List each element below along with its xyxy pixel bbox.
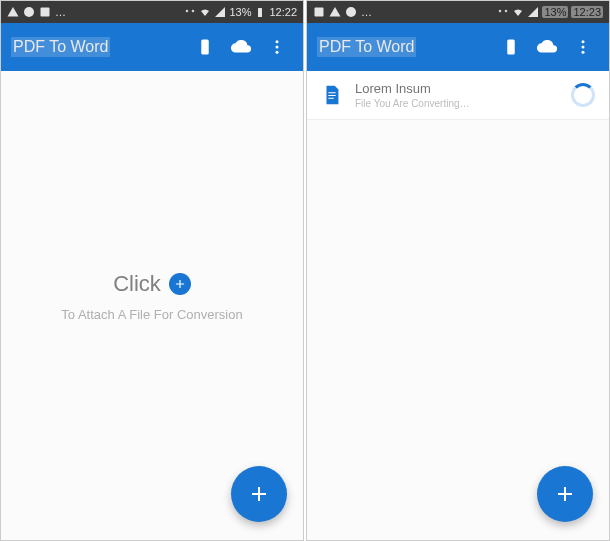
file-status: File You Are Converting… — [355, 98, 571, 109]
status-bar: … 13% 12:22 — [1, 1, 303, 23]
file-meta: Lorem Insum File You Are Converting… — [355, 81, 571, 109]
fab-add-button[interactable] — [231, 466, 287, 522]
content-area: Lorem Insum File You Are Converting… — [307, 71, 609, 540]
clock: 12:23 — [571, 6, 603, 18]
vibrate-icon — [184, 6, 196, 18]
overflow-menu-button[interactable] — [565, 29, 601, 65]
info-icon — [345, 6, 357, 18]
click-label: Click — [113, 271, 161, 297]
signal-icon — [527, 6, 539, 18]
status-more: … — [361, 6, 372, 18]
info-icon — [23, 6, 35, 18]
loading-spinner-icon — [571, 83, 595, 107]
svg-point-8 — [346, 7, 356, 17]
cloud-button[interactable] — [223, 29, 259, 65]
image-icon — [313, 6, 325, 18]
document-icon — [321, 84, 343, 106]
attach-subtext: To Attach A File For Conversion — [1, 307, 303, 322]
svg-rect-7 — [315, 8, 324, 17]
svg-point-0 — [24, 7, 34, 17]
conversion-list-item[interactable]: Lorem Insum File You Are Converting… — [307, 71, 609, 120]
svg-rect-9 — [507, 40, 515, 55]
empty-state: Click To Attach A File For Conversion — [1, 271, 303, 322]
device-button[interactable] — [187, 29, 223, 65]
svg-rect-1 — [41, 8, 50, 17]
warning-icon — [329, 6, 341, 18]
app-title: PDF To Word — [317, 37, 416, 57]
file-name: Lorem Insum — [355, 81, 571, 96]
plus-badge-icon — [169, 273, 191, 295]
battery-percent: 13% — [229, 6, 251, 18]
svg-point-4 — [276, 40, 279, 43]
signal-icon — [214, 6, 226, 18]
clock: 12:22 — [269, 6, 297, 18]
svg-point-6 — [276, 51, 279, 54]
attach-cta[interactable]: Click — [1, 271, 303, 297]
overflow-menu-button[interactable] — [259, 29, 295, 65]
app-bar: PDF To Word — [307, 23, 609, 71]
battery-icon — [254, 6, 266, 18]
content-area: Click To Attach A File For Conversion — [1, 71, 303, 540]
device-button[interactable] — [493, 29, 529, 65]
battery-percent: 13% — [542, 6, 568, 18]
fab-add-button[interactable] — [537, 466, 593, 522]
svg-point-5 — [276, 46, 279, 49]
app-title: PDF To Word — [11, 37, 110, 57]
status-more: … — [55, 6, 66, 18]
warning-icon — [7, 6, 19, 18]
svg-point-12 — [582, 51, 585, 54]
left-screen: … 13% 12:22 PDF To Word Click To Attach … — [0, 0, 304, 541]
right-screen: … 13% 12:23 PDF To Word Lorem Insum File… — [306, 0, 610, 541]
cloud-button[interactable] — [529, 29, 565, 65]
svg-rect-2 — [258, 8, 262, 17]
svg-point-11 — [582, 46, 585, 49]
svg-point-10 — [582, 40, 585, 43]
wifi-icon — [199, 6, 211, 18]
wifi-icon — [512, 6, 524, 18]
vibrate-icon — [497, 6, 509, 18]
app-bar: PDF To Word — [1, 23, 303, 71]
image-icon — [39, 6, 51, 18]
svg-rect-3 — [201, 40, 209, 55]
status-bar: … 13% 12:23 — [307, 1, 609, 23]
